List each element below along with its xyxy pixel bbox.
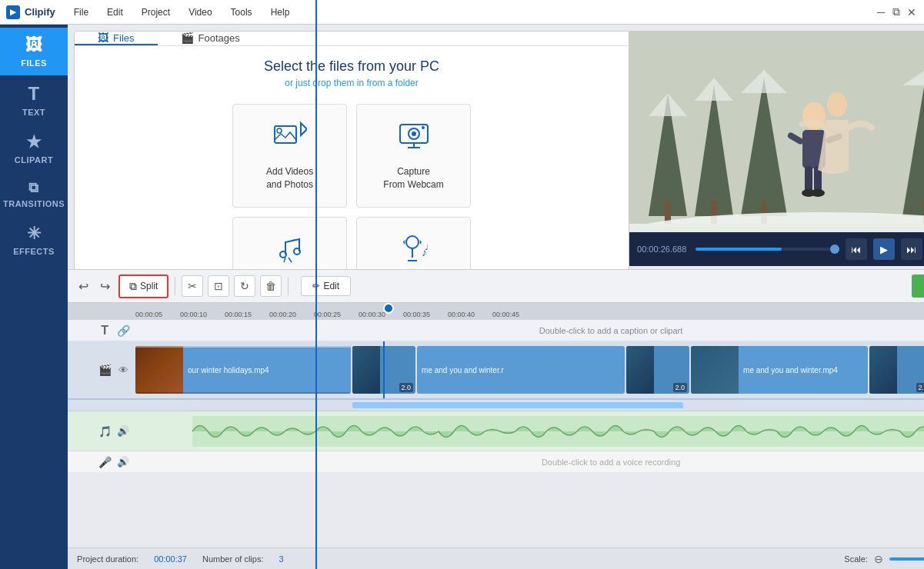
split-button[interactable]: ⧉ Split xyxy=(118,275,168,298)
delete-button[interactable]: 🗑 xyxy=(260,275,282,297)
fast-forward-button[interactable]: ⏭ xyxy=(901,238,922,260)
add-audio-button[interactable]: ♪ ♩ AddAudio Files xyxy=(356,217,471,269)
files-subtitle: or just drop them in from a folder xyxy=(285,78,418,88)
transition-2-duration: 2.0 xyxy=(673,383,688,392)
split-label: Split xyxy=(140,281,158,291)
transitions-icon: ⧉ xyxy=(28,180,39,196)
menu-project[interactable]: Project xyxy=(138,5,173,19)
sidebar-label-files: FILES xyxy=(21,58,47,68)
tab-footages[interactable]: 🎬 Footages xyxy=(158,32,263,45)
caption-row: T 🔗 Double-click to add a caption or cli… xyxy=(68,320,924,341)
close-button[interactable]: ✕ xyxy=(906,6,918,18)
svg-line-12 xyxy=(289,258,292,262)
eye-icon[interactable]: 👁 xyxy=(115,362,131,378)
sidebar-item-transitions[interactable]: ⧉ TRANSITIONS xyxy=(0,172,68,216)
tab-files[interactable]: 🖼 Files xyxy=(75,32,157,45)
timeline: 00:00:05 00:00:10 00:00:15 00:00:20 00:0… xyxy=(68,303,924,547)
tab-files-label: Files xyxy=(113,32,134,44)
ruler-time-3: 00:00:15 xyxy=(225,304,269,318)
transition-3-thumb xyxy=(869,346,897,394)
rewind-button[interactable]: ⏮ xyxy=(846,238,867,260)
rotate-button[interactable]: ↻ xyxy=(234,275,255,297)
progress-bar[interactable] xyxy=(696,248,839,251)
menu-edit[interactable]: Edit xyxy=(104,5,126,19)
crop-button[interactable]: ⊡ xyxy=(208,275,229,297)
microphone-icon: 🎤 xyxy=(97,454,112,470)
scale-slider[interactable] xyxy=(889,557,924,561)
edit-icon: ✏ xyxy=(312,281,320,291)
ruler-time-8: 00:00:40 xyxy=(448,304,492,318)
window-controls: ─ ⧉ ✕ xyxy=(875,6,918,18)
app-logo: ▶ xyxy=(6,5,20,19)
svg-line-11 xyxy=(292,240,295,241)
clip-3-label: me and you and winter.mp4 xyxy=(739,366,868,374)
sidebar: 🖼 FILES T TEXT ★ CLIPART ⧉ TRANSITIONS ✳… xyxy=(0,25,68,569)
svg-point-49 xyxy=(811,189,825,197)
subtitle-pre: or just drop them xyxy=(285,78,356,88)
clip-3[interactable]: me and you and winter.mp4 xyxy=(691,346,868,394)
toolbar-separator-2 xyxy=(288,277,289,295)
transition-3[interactable]: 2.0 xyxy=(869,346,924,394)
capture-webcam-button[interactable]: CaptureFrom Webcam xyxy=(356,104,471,208)
clip-2-label: me and you and winter.r xyxy=(417,366,509,374)
clip-1-label: our winter holidays.mp4 xyxy=(183,366,351,374)
ruler-time-7: 00:00:35 xyxy=(403,304,448,318)
undo-button[interactable]: ↩ xyxy=(74,277,92,295)
menu-help[interactable]: Help xyxy=(268,5,293,19)
music-row-icon: 🎵 xyxy=(97,424,112,439)
play-button[interactable]: ▶ xyxy=(873,238,895,260)
selection-row-spacer xyxy=(68,400,135,411)
menu-tools[interactable]: Tools xyxy=(228,5,255,19)
open-music-button[interactable]: Open MusicCollection xyxy=(232,217,347,269)
voice-hint[interactable]: Double-click to add a voice recording xyxy=(203,458,924,467)
edit-label: Edit xyxy=(323,281,339,291)
ruler-time-1: 00:00:05 xyxy=(135,304,180,318)
sidebar-item-text[interactable]: T TEXT xyxy=(0,75,68,125)
files-options-grid: Add Videosand Photos xyxy=(232,104,471,269)
svg-rect-46 xyxy=(805,166,812,193)
minimize-button[interactable]: ─ xyxy=(875,6,887,18)
duration-value: 00:00:37 xyxy=(154,554,187,564)
sidebar-item-clipart[interactable]: ★ CLIPART xyxy=(0,125,68,172)
main-layout: 🖼 FILES T TEXT ★ CLIPART ⧉ TRANSITIONS ✳… xyxy=(0,25,924,569)
selection-bar[interactable] xyxy=(352,402,683,408)
timeline-ruler: 00:00:05 00:00:10 00:00:15 00:00:20 00:0… xyxy=(68,303,924,320)
text-icon: T xyxy=(28,83,39,105)
volume-voice-icon[interactable]: 🔊 xyxy=(115,454,131,470)
cut-button[interactable]: ✂ xyxy=(182,275,203,297)
voice-row: 🎤 🔊 Double-click to add a voice recordin… xyxy=(68,451,924,472)
scale-minus-icon[interactable]: ⊖ xyxy=(874,553,883,565)
tab-footages-label: Footages xyxy=(198,32,240,44)
split-icon: ⧉ xyxy=(129,280,137,293)
redo-button[interactable]: ↪ xyxy=(95,277,114,295)
menu-bar: File Edit Project Video Tools Help xyxy=(71,5,293,19)
add-videos-button[interactable]: Add Videosand Photos xyxy=(232,104,347,208)
volume-row-icon[interactable]: 🔊 xyxy=(115,424,131,439)
restore-button[interactable]: ⧉ xyxy=(890,6,902,18)
files-tabs: 🖼 Files 🎬 Footages xyxy=(75,32,629,46)
clip-2[interactable]: me and you and winter.r xyxy=(417,346,625,394)
transition-1-duration: 2.0 xyxy=(399,383,414,392)
clipart-icon: ★ xyxy=(26,132,42,152)
sidebar-item-files[interactable]: 🖼 FILES xyxy=(0,28,68,75)
menu-video[interactable]: Video xyxy=(185,5,215,19)
sidebar-item-effects[interactable]: ✳ EFFECTS xyxy=(0,216,68,264)
capture-webcam-icon xyxy=(397,120,431,158)
audio-track-row: 🎵 🔊 xyxy=(68,411,924,451)
caption-hint[interactable]: Double-click to add a caption or clipart xyxy=(203,326,924,335)
svg-point-52 xyxy=(827,92,847,117)
menu-file[interactable]: File xyxy=(71,5,92,19)
transition-2[interactable]: 2.0 xyxy=(626,346,689,394)
add-videos-icon xyxy=(273,120,307,158)
clip-1[interactable]: our winter holidays.mp4 xyxy=(135,346,351,394)
selection-track-row xyxy=(68,400,924,411)
sidebar-label-effects: EFFECTS xyxy=(13,247,55,256)
top-area: 🖼 Files 🎬 Footages Select the files from… xyxy=(68,25,924,269)
files-title: Select the files from your PC xyxy=(264,58,439,75)
text-row-icon: T xyxy=(97,323,112,338)
effects-icon: ✳ xyxy=(27,224,42,244)
create-video-button[interactable]: CREATE VIDEO xyxy=(912,275,924,298)
files-tab-icon: 🖼 xyxy=(98,32,108,44)
edit-button[interactable]: ✏ Edit xyxy=(301,276,351,296)
playhead-line xyxy=(383,341,385,398)
